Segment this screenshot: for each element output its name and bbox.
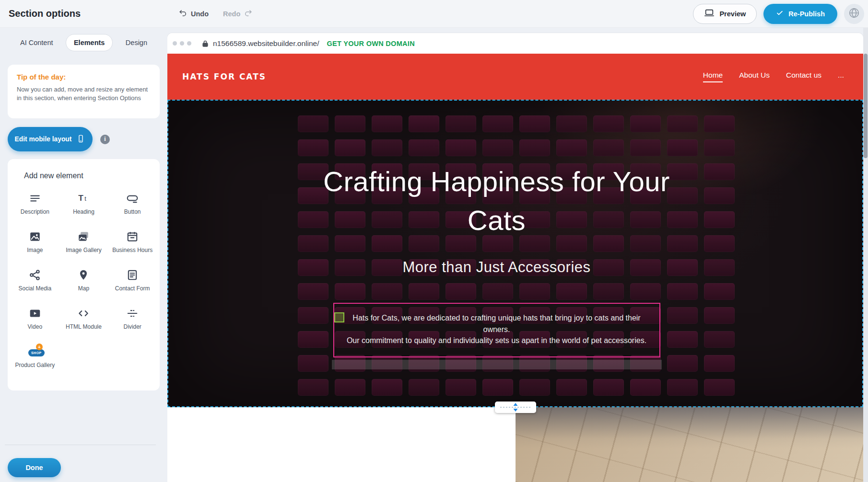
image-icon: [28, 230, 42, 243]
video-icon: [28, 307, 42, 320]
element-label: Business Hours: [112, 247, 152, 254]
business-hours-icon: [126, 230, 139, 243]
topbar-actions: Preview Re-Publish: [693, 4, 864, 24]
element-html-module[interactable]: HTML Module: [59, 307, 108, 345]
selected-text-element[interactable]: Hats for Cats, we are dedicated to craft…: [333, 303, 660, 357]
window-dots: [173, 41, 191, 46]
upgrade-badge: +: [36, 344, 43, 350]
element-divider[interactable]: Divider: [108, 307, 157, 345]
tip-body: Now you can add, move and resize any ele…: [17, 85, 151, 103]
sidebar-tabs: AI ContentElementsDesign: [0, 34, 167, 51]
site-url: n1566589.websitebuilder.online/: [213, 39, 319, 48]
heading-icon: Tt: [77, 192, 90, 205]
element-label: Image: [27, 247, 43, 254]
contact-form-icon: [126, 268, 139, 282]
nav-[interactable]: ...: [838, 71, 844, 82]
html-module-icon: [77, 307, 90, 320]
element-label: Image Gallery: [66, 247, 102, 254]
element-video[interactable]: Video: [11, 307, 59, 345]
republish-button[interactable]: Re-Publish: [763, 4, 837, 24]
sidebar-divider: [5, 445, 156, 445]
site-nav: HomeAbout UsContact us...: [703, 71, 844, 82]
element-grid: DescriptionTtHeadingButtonImageImage Gal…: [8, 180, 160, 383]
nav-contact-us[interactable]: Contact us: [786, 71, 821, 82]
done-button[interactable]: Done: [8, 458, 61, 477]
element-label: Contact Form: [115, 285, 150, 292]
nav-about-us[interactable]: About Us: [739, 71, 770, 82]
nav-home[interactable]: Home: [703, 71, 723, 82]
element-label: Product Gallery: [15, 362, 55, 369]
globe-icon: [848, 7, 860, 21]
scrollbar-thumb[interactable]: [864, 54, 868, 158]
element-image-gallery[interactable]: Image Gallery: [59, 230, 108, 268]
element-business-hours[interactable]: Business Hours: [108, 230, 157, 268]
tab-ai-content[interactable]: AI Content: [12, 34, 61, 51]
monitor-icon: [704, 8, 715, 20]
element-heading[interactable]: TtHeading: [59, 192, 108, 230]
element-label: Heading: [73, 208, 94, 216]
product-gallery-icon: SHOP+: [28, 345, 42, 358]
undo-button[interactable]: Undo: [179, 9, 209, 19]
hero-content: Crafting Happiness for Your Cats More th…: [168, 101, 862, 406]
tip-card: Tip of the day: Now you can add, move an…: [8, 65, 160, 118]
element-description[interactable]: Description: [11, 192, 59, 230]
section-resize-handle[interactable]: [495, 402, 536, 413]
element-social-media[interactable]: Social Media: [11, 268, 59, 307]
hero-subheading[interactable]: More than Just Accessories: [402, 259, 590, 276]
image-gallery-icon: [77, 230, 90, 243]
hero-section[interactable]: Crafting Happiness for Your Cats More th…: [167, 100, 863, 407]
preview-button[interactable]: Preview: [693, 4, 757, 24]
element-ghost-bar: [332, 360, 662, 369]
element-label: Divider: [123, 323, 141, 331]
topbar: Section options Undo Redo Preview Re-Pub…: [0, 0, 868, 28]
add-element-title: Add new element: [8, 172, 160, 180]
site-preview-window: n1566589.websitebuilder.online/ GET YOUR…: [167, 33, 863, 482]
check-icon: [776, 9, 784, 18]
resize-handle-green[interactable]: [334, 312, 344, 322]
page-scrollbar[interactable]: [863, 28, 868, 482]
element-label: Social Media: [18, 285, 51, 292]
social-media-icon: [28, 268, 42, 282]
element-label: Description: [21, 208, 49, 216]
element-label: HTML Module: [66, 323, 102, 331]
site-header: HATS FOR CATS HomeAbout UsContact us...: [167, 54, 863, 100]
divider-icon: [126, 307, 139, 320]
sidebar: AI ContentElementsDesign Tip of the day:…: [0, 28, 167, 482]
add-element-panel: Add new element DescriptionTtHeadingButt…: [8, 159, 160, 390]
svg-text:t: t: [85, 195, 87, 202]
element-map[interactable]: Map: [59, 268, 108, 307]
element-contact-form[interactable]: Contact Form: [108, 268, 157, 307]
element-label: Button: [124, 208, 141, 216]
edit-mobile-layout-button[interactable]: Edit mobile layout: [8, 127, 93, 151]
mobile-phone-icon: [76, 134, 85, 145]
tab-design[interactable]: Design: [118, 34, 155, 51]
svg-text:T: T: [79, 193, 84, 203]
next-section[interactable]: [167, 407, 863, 482]
get-domain-link[interactable]: GET YOUR OWN DOMAIN: [327, 40, 414, 47]
language-globe-button[interactable]: [844, 4, 864, 24]
floor-image: [516, 407, 863, 482]
hero-paragraph[interactable]: Hats for Cats, we are dedicated to craft…: [344, 312, 650, 346]
page: Section options Undo Redo Preview Re-Pub…: [0, 0, 868, 482]
element-label: Map: [78, 285, 89, 292]
element-product-gallery[interactable]: SHOP+Product Gallery: [11, 345, 59, 383]
redo-button[interactable]: Redo: [223, 9, 252, 19]
tab-elements[interactable]: Elements: [66, 34, 113, 51]
redo-icon: [244, 9, 252, 19]
button-icon: [126, 192, 139, 205]
element-image[interactable]: Image: [11, 230, 59, 268]
page-title: Section options: [9, 8, 81, 19]
site-logo[interactable]: HATS FOR CATS: [182, 72, 266, 81]
description-icon: [28, 192, 42, 205]
undo-icon: [179, 9, 188, 19]
element-button[interactable]: Button: [108, 192, 157, 230]
undo-redo-group: Undo Redo: [179, 9, 252, 19]
element-label: Video: [28, 323, 42, 331]
tip-title: Tip of the day:: [17, 73, 151, 81]
map-icon: [77, 268, 90, 282]
lock-icon: [201, 39, 210, 48]
info-icon[interactable]: i: [100, 135, 110, 144]
hero-heading[interactable]: Crafting Happiness for Your Cats: [295, 162, 698, 240]
browser-bar: n1566589.websitebuilder.online/ GET YOUR…: [167, 33, 863, 54]
